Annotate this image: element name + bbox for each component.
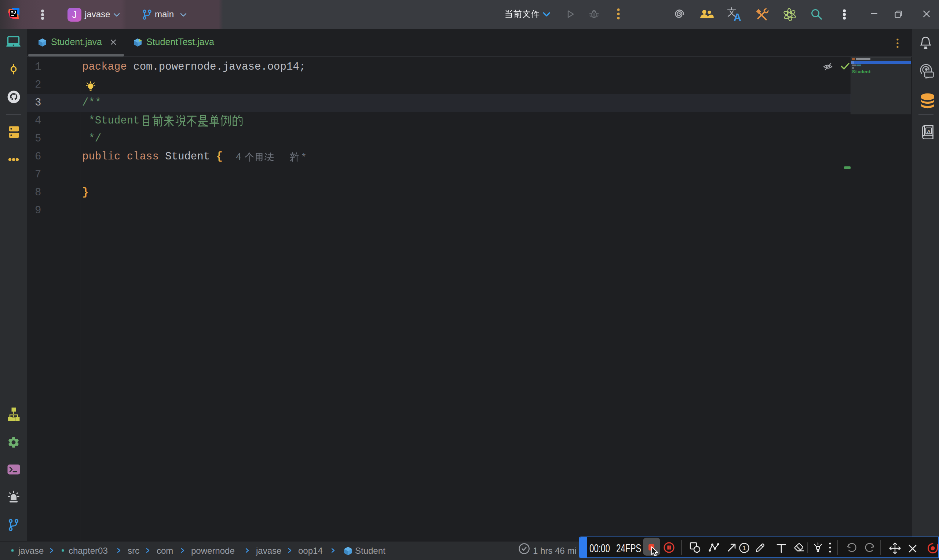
svg-text:A: A	[927, 129, 931, 134]
svg-text:1: 1	[743, 545, 746, 551]
